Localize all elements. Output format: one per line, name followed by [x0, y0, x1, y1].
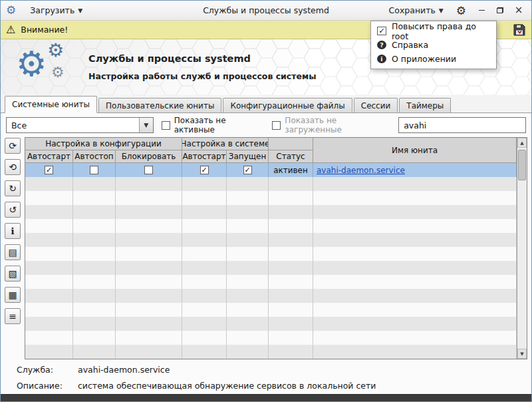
table-empty-row [25, 317, 517, 331]
column-header-1[interactable]: Автостарт [25, 150, 73, 163]
group-header-config: Настройка в конфигурации [25, 138, 182, 150]
list-button[interactable]: ≡ [5, 308, 21, 324]
info-button[interactable]: ℹ [5, 223, 21, 239]
file-button[interactable]: ▤ [5, 244, 21, 260]
warning-icon: ⚠ [6, 25, 15, 35]
minimize-icon [479, 10, 485, 11]
menu-item-label: Повысить права до root [392, 21, 490, 41]
restore-icon [497, 7, 503, 13]
settings-gear-icon[interactable]: ⚙ [452, 4, 470, 17]
running-checkbox[interactable] [243, 166, 252, 174]
group-header-system: Настройка в системе [182, 138, 269, 150]
table-empty-row [25, 289, 517, 303]
table-body: активен avahi-daemon.service [25, 163, 517, 359]
checkbox-checked-icon [377, 27, 386, 35]
refresh-button[interactable]: ⟳ [5, 138, 21, 154]
filter-dropdown[interactable]: Все ▼ [6, 117, 154, 133]
save-file-icon[interactable] [513, 23, 526, 37]
minimize-button[interactable] [474, 4, 489, 17]
file-edit-button[interactable]: ▧ [5, 266, 21, 282]
table-header: Настройка в конфигурации Настройка в сис… [25, 138, 517, 163]
tab-system-units[interactable]: Системные юниты [5, 96, 97, 113]
show-inactive-label: Показать не активные [174, 116, 265, 134]
main-content: ⟳⟲↻↺ℹ▤▧▦≡ Настройка в конфигурации Настр… [1, 137, 531, 359]
tab-bar: Системные юнитыПользовательские юнитыКон… [1, 95, 531, 113]
autostop-checkbox[interactable] [90, 166, 98, 174]
load-button[interactable]: Загрузить ▼ [25, 3, 87, 17]
block-checkbox[interactable] [144, 166, 153, 174]
tab-sessions[interactable]: Сессии [354, 98, 398, 112]
column-header-6[interactable]: Статус [269, 150, 313, 163]
info-circle-icon: i [377, 55, 386, 63]
column-header-7[interactable]: Имя юнита [313, 138, 517, 163]
scrollbar-thumb[interactable] [518, 150, 526, 180]
bottom-panel[interactable] [1, 394, 531, 401]
warning-text: Внимание! [21, 25, 68, 35]
show-inactive-checkbox[interactable] [162, 121, 170, 130]
restart-unit-button[interactable]: ↻ [5, 180, 21, 196]
service-label: Служба: [17, 365, 78, 375]
scroll-down-icon[interactable]: ▼ [517, 349, 527, 359]
table-empty-row [25, 303, 517, 317]
table-empty-row [25, 261, 517, 275]
show-inactive-checkbox-group[interactable]: Показать не активные [162, 116, 265, 134]
table-empty-row [25, 219, 517, 233]
autostart-system-checkbox[interactable] [200, 166, 209, 174]
filter-dropdown-value: Все [7, 120, 139, 130]
description-value: система обеспечивающая обнаружение серви… [78, 381, 376, 391]
scroll-up-icon[interactable]: ▲ [517, 138, 527, 148]
reload-daemon-button[interactable]: ⟲ [5, 159, 21, 175]
table-empty-row [25, 247, 517, 261]
show-unloaded-label: Показать не загруженные [285, 116, 390, 134]
table-row[interactable]: активен avahi-daemon.service [25, 163, 517, 177]
undo-button[interactable]: ↺ [5, 202, 21, 218]
filter-row: Все ▼ Показать не активные Показать не з… [1, 113, 531, 137]
table-empty-row [25, 275, 517, 289]
description-label: Описание: [17, 381, 78, 391]
table-empty-row [25, 177, 517, 191]
column-header-4[interactable]: Автостарт [182, 150, 227, 163]
details-panel: Служба: avahi-daemon.service Описание: с… [1, 359, 531, 394]
close-icon: × [515, 5, 523, 15]
group-header-empty [269, 138, 313, 150]
table-empty-row [25, 205, 517, 219]
banner-title: Службы и процессы systemd [88, 53, 316, 64]
menu-item-elevate-root[interactable]: Повысить права до root [371, 24, 496, 38]
app-logo-gears-icon: ⚙⚙⚙ [18, 43, 72, 92]
table-empty-row [25, 331, 517, 345]
chevron-down-icon: ▼ [439, 7, 444, 14]
status-cell: активен [273, 166, 308, 175]
vertical-scrollbar[interactable]: ▲ ▼ [517, 138, 527, 359]
service-value: avahi-daemon.service [78, 365, 170, 375]
unit-name-link[interactable]: avahi-daemon.service [317, 166, 405, 175]
side-toolbar: ⟳⟲↻↺ℹ▤▧▦≡ [5, 137, 22, 359]
units-table: Настройка в конфигурации Настройка в сис… [25, 137, 527, 359]
menu-item-label: Справка [392, 40, 428, 50]
tab-config-files[interactable]: Конфигурационные файлы [223, 98, 352, 112]
show-unloaded-checkbox-group[interactable]: Показать не загруженные [272, 116, 390, 134]
titlebar: ⚙ Загрузить ▼ Службы и процессы systemd … [1, 1, 531, 21]
column-header-3[interactable]: Блокировать [116, 150, 182, 163]
chevron-down-icon: ▼ [78, 7, 82, 14]
banner-subtitle: Настройка работы служб и процессов систе… [88, 71, 316, 81]
question-circle-icon: ? [377, 41, 386, 49]
close-button[interactable]: × [511, 4, 526, 17]
save-button[interactable]: Сохранить ▼ [384, 3, 448, 17]
column-header-2[interactable]: Автостоп [73, 150, 116, 163]
maximize-button[interactable] [493, 4, 507, 17]
tab-user-units[interactable]: Пользовательские юниты [98, 98, 221, 112]
save-button-label: Сохранить [389, 5, 436, 15]
menu-item-about[interactable]: iО приложении [371, 52, 496, 66]
table-empty-row [25, 345, 517, 359]
table-empty-row [25, 191, 517, 205]
settings-menu: Повысить права до root?СправкаiО приложе… [370, 21, 497, 69]
menu-item-label: О приложении [392, 54, 456, 64]
autostart-config-checkbox[interactable] [45, 166, 53, 174]
tab-timers[interactable]: Таймеры [399, 98, 451, 112]
show-unloaded-checkbox[interactable] [272, 121, 281, 130]
column-header-5[interactable]: Запущен [227, 150, 269, 163]
search-input[interactable] [398, 117, 526, 133]
table-empty-row [25, 233, 517, 247]
chevron-down-icon: ▼ [139, 118, 153, 132]
log-button[interactable]: ▦ [5, 287, 21, 303]
